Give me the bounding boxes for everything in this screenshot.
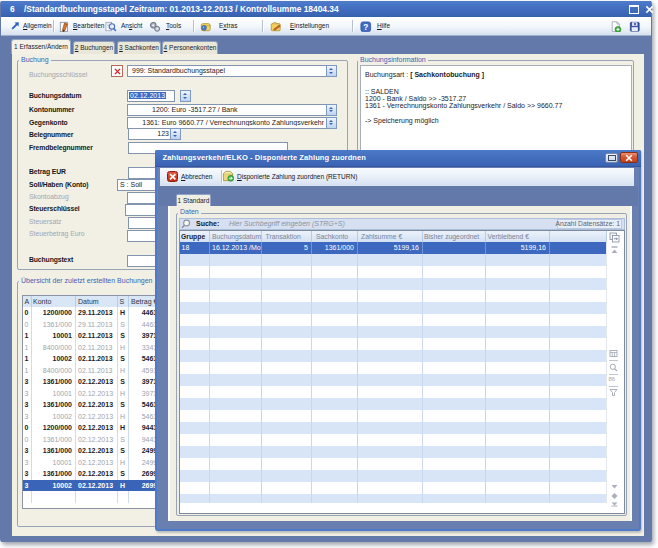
svg-text:?: ? (363, 21, 368, 31)
